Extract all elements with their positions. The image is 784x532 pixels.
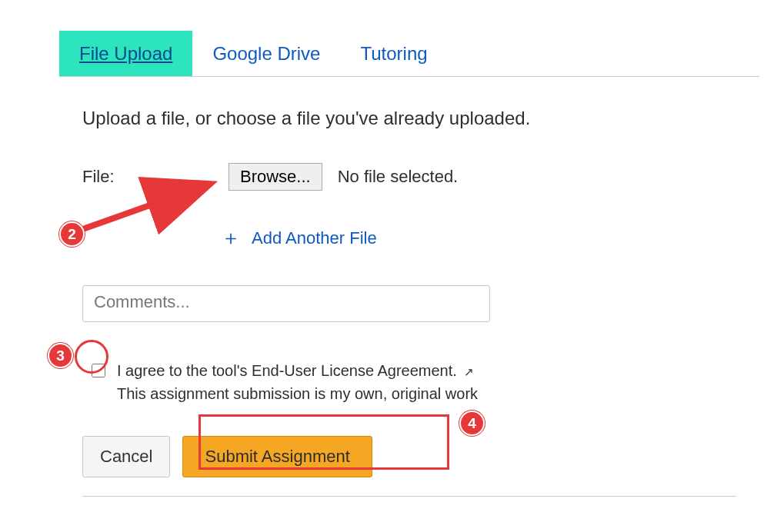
divider bbox=[82, 496, 736, 497]
external-link-icon[interactable]: ↗ bbox=[464, 364, 474, 381]
annotation-ring-3 bbox=[75, 340, 108, 374]
browse-button[interactable]: Browse... bbox=[229, 163, 322, 191]
annotation-box-4 bbox=[199, 414, 449, 470]
eula-line2: This assignment submission is my own, or… bbox=[117, 385, 478, 402]
no-file-text: No file selected. bbox=[338, 167, 459, 187]
tab-file-upload[interactable]: File Upload bbox=[59, 31, 192, 76]
agreement-text: I agree to the tool's End-User License A… bbox=[117, 359, 478, 405]
agreement-row: I agree to the tool's End-User License A… bbox=[88, 359, 736, 405]
eula-line1: I agree to the tool's End-User License A… bbox=[117, 362, 457, 379]
plus-icon: ＋ bbox=[221, 224, 241, 251]
file-label: File: bbox=[82, 167, 128, 187]
comments-input[interactable] bbox=[82, 285, 490, 322]
annotation-marker-2: 2 bbox=[59, 221, 85, 247]
tab-google-drive[interactable]: Google Drive bbox=[192, 31, 340, 76]
instruction-text: Upload a file, or choose a file you've a… bbox=[82, 108, 736, 129]
add-another-row: ＋ Add Another File bbox=[221, 224, 736, 251]
tab-bar: File Upload Google Drive Tutoring bbox=[59, 31, 759, 77]
annotation-marker-3: 3 bbox=[48, 343, 73, 368]
file-row: File: Browse... No file selected. bbox=[82, 163, 736, 191]
annotation-marker-4: 4 bbox=[459, 411, 485, 436]
add-another-file-label: Add Another File bbox=[252, 228, 377, 248]
add-another-file-link[interactable]: ＋ Add Another File bbox=[221, 224, 377, 251]
tab-tutoring[interactable]: Tutoring bbox=[340, 31, 447, 76]
cancel-button[interactable]: Cancel bbox=[82, 436, 170, 477]
